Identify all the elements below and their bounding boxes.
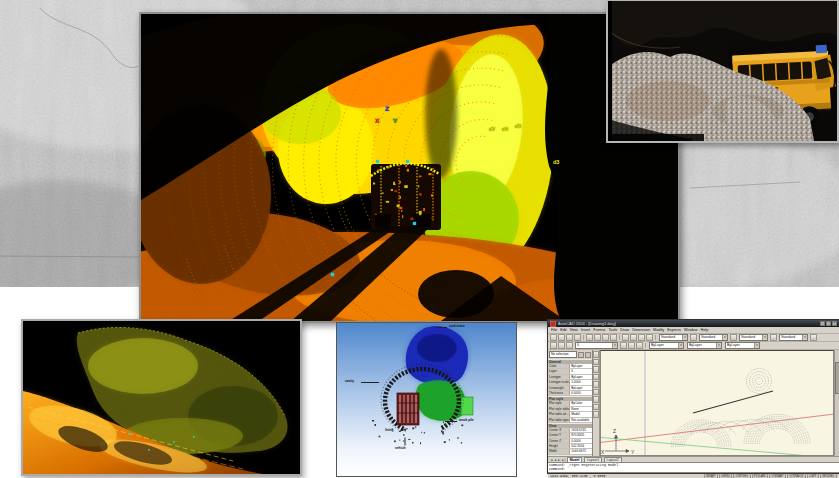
style-combo-0[interactable]: Standard▾ bbox=[659, 334, 688, 341]
status-toggle-osnap[interactable]: OSNAP bbox=[769, 473, 786, 478]
layer-toolbar-icon[interactable] bbox=[620, 342, 627, 349]
command-line[interactable]: Command: _regen Regenerating model.Comma… bbox=[548, 462, 839, 473]
layer-toolbar-icon[interactable] bbox=[636, 342, 643, 349]
toolbar-icon[interactable] bbox=[566, 334, 573, 341]
menu-tools[interactable]: Tools bbox=[608, 328, 617, 332]
combo-arrow-icon[interactable]: ▾ bbox=[612, 343, 617, 348]
property-combo-1[interactable]: ByLayer▾ bbox=[687, 342, 722, 349]
cad-canvas[interactable]: Z X Y bbox=[600, 350, 834, 456]
maximize-button[interactable]: □ bbox=[826, 321, 831, 326]
property-value[interactable]: 0.0000 bbox=[569, 391, 592, 395]
cad-titlebar[interactable]: AutoCAD 2004 - [Drawing1.dwg] –□× bbox=[548, 320, 839, 327]
status-toggle-polar[interactable]: POLAR bbox=[752, 473, 769, 478]
combo-arrow-icon[interactable]: ▾ bbox=[682, 335, 687, 340]
tab-nav-arrows[interactable]: ◄ ◄ ► ►| bbox=[550, 458, 565, 462]
style-combo-3[interactable]: Standard▾ bbox=[779, 334, 808, 341]
draw-toolbar-icon[interactable] bbox=[593, 381, 600, 388]
style-combo-1[interactable]: Standard▾ bbox=[699, 334, 728, 341]
style-combo-2[interactable]: Standard▾ bbox=[739, 334, 768, 341]
status-toggle-lwt[interactable]: LWT bbox=[807, 473, 819, 478]
draw-toolbar-icon[interactable] bbox=[593, 404, 600, 411]
selection-combo[interactable]: No selection bbox=[549, 351, 577, 358]
property-value[interactable]: 0.0000 bbox=[569, 439, 592, 443]
draw-toolbar-icon[interactable] bbox=[593, 411, 600, 418]
toolbar-icon[interactable] bbox=[574, 334, 581, 341]
menu-help[interactable]: Help bbox=[700, 328, 708, 332]
toolbar-icon[interactable] bbox=[638, 334, 645, 341]
tab-layout1[interactable]: Layout1 bbox=[584, 457, 602, 463]
toolbar-icon[interactable] bbox=[770, 334, 777, 341]
properties-rows: GeneralColorByLayerLayer0LinetypeByLayer… bbox=[548, 359, 592, 456]
menu-insert[interactable]: Insert bbox=[581, 328, 591, 332]
property-value[interactable]: ByLayer bbox=[569, 375, 592, 379]
toolbar-icon[interactable] bbox=[810, 334, 817, 341]
toolbar-icon[interactable] bbox=[586, 334, 593, 341]
property-value[interactable]: 1.0000 bbox=[569, 380, 592, 384]
layer-combo[interactable]: 0▾ bbox=[575, 342, 618, 349]
draw-toolbar-icon[interactable] bbox=[593, 396, 600, 403]
tab-model[interactable]: Model bbox=[567, 457, 583, 463]
layer-toolbar-icon[interactable] bbox=[566, 342, 573, 349]
toolbar-icon[interactable] bbox=[558, 334, 565, 341]
close-button[interactable]: × bbox=[832, 321, 837, 326]
draw-toolbar-icon[interactable] bbox=[593, 359, 600, 366]
layer-toolbar-icon[interactable] bbox=[550, 342, 557, 349]
distance-label-d5: d5 bbox=[515, 124, 521, 129]
draw-toolbar-icon[interactable] bbox=[593, 374, 600, 381]
property-value[interactable]: None bbox=[569, 407, 592, 411]
status-toggle-ortho[interactable]: ORTHO bbox=[733, 473, 750, 478]
toolbar-icon[interactable] bbox=[630, 334, 637, 341]
tab-layout2[interactable]: Layout2 bbox=[604, 457, 622, 463]
vertical-scrollbar[interactable] bbox=[834, 350, 839, 456]
menu-edit[interactable]: Edit bbox=[560, 328, 567, 332]
draw-toolbar-icon[interactable] bbox=[593, 366, 600, 373]
draw-toolbar-icon[interactable] bbox=[593, 351, 600, 358]
toolbar-icon[interactable] bbox=[610, 334, 617, 341]
style-combo-3-value: Standard bbox=[781, 335, 802, 340]
menu-modify[interactable]: Modify bbox=[653, 328, 664, 332]
minimize-button[interactable]: – bbox=[820, 321, 825, 326]
property-value[interactable]: ByLayer bbox=[569, 386, 592, 390]
property-value[interactable]: 542.3056 bbox=[569, 444, 592, 448]
property-combo-2-value: ByLayer bbox=[727, 343, 754, 348]
property-value[interactable]: 1618.6745 bbox=[569, 428, 592, 432]
toolbar-icon[interactable] bbox=[550, 334, 557, 341]
status-toggle-model[interactable]: MODEL bbox=[820, 473, 837, 478]
status-toggle-grid[interactable]: GRID bbox=[719, 473, 732, 478]
menu-dimension[interactable]: Dimension bbox=[632, 328, 650, 332]
property-value[interactable]: 1044.6675 bbox=[569, 449, 592, 453]
property-combo-0[interactable]: ByLayer▾ bbox=[649, 342, 684, 349]
menu-view[interactable]: View bbox=[570, 328, 578, 332]
status-toggle-snap[interactable]: SNAP bbox=[704, 473, 718, 478]
layer-toolbar-icon[interactable] bbox=[628, 342, 635, 349]
menu-format[interactable]: Format bbox=[593, 328, 605, 332]
combo-arrow-icon[interactable]: ▾ bbox=[762, 335, 767, 340]
property-value[interactable]: Not available bbox=[569, 418, 592, 422]
property-value[interactable]: Model bbox=[569, 412, 592, 416]
toolbar-icon[interactable] bbox=[730, 334, 737, 341]
combo-arrow-icon[interactable]: ▾ bbox=[722, 335, 727, 340]
property-value[interactable]: ByLayer bbox=[569, 364, 592, 368]
quick-select-icon[interactable] bbox=[578, 352, 584, 358]
draw-toolbar-icon[interactable] bbox=[593, 389, 600, 396]
toggle-value-icon[interactable] bbox=[585, 352, 591, 358]
toolbar-icon[interactable] bbox=[622, 334, 629, 341]
property-value[interactable]: ByColor bbox=[569, 401, 592, 405]
property-value[interactable]: 870.8305 bbox=[569, 433, 592, 437]
toolbar-icon[interactable] bbox=[594, 334, 601, 341]
menu-express[interactable]: Express bbox=[667, 328, 681, 332]
toolbar-icon[interactable] bbox=[602, 334, 609, 341]
property-value[interactable]: 0 bbox=[569, 369, 592, 373]
status-toggle-otrack[interactable]: OTRACK bbox=[787, 473, 806, 478]
combo-arrow-icon[interactable]: ▾ bbox=[678, 343, 683, 348]
combo-arrow-icon[interactable]: ▾ bbox=[802, 335, 807, 340]
combo-arrow-icon[interactable]: ▾ bbox=[754, 343, 759, 348]
menu-file[interactable]: File bbox=[551, 328, 557, 332]
toolbar-icon[interactable] bbox=[690, 334, 697, 341]
layer-toolbar-icon[interactable] bbox=[558, 342, 565, 349]
menu-draw[interactable]: Draw bbox=[620, 328, 629, 332]
property-combo-2[interactable]: ByLayer▾ bbox=[725, 342, 760, 349]
menu-window[interactable]: Window bbox=[684, 328, 698, 332]
combo-arrow-icon[interactable]: ▾ bbox=[716, 343, 721, 348]
toolbar-icon[interactable] bbox=[646, 334, 653, 341]
